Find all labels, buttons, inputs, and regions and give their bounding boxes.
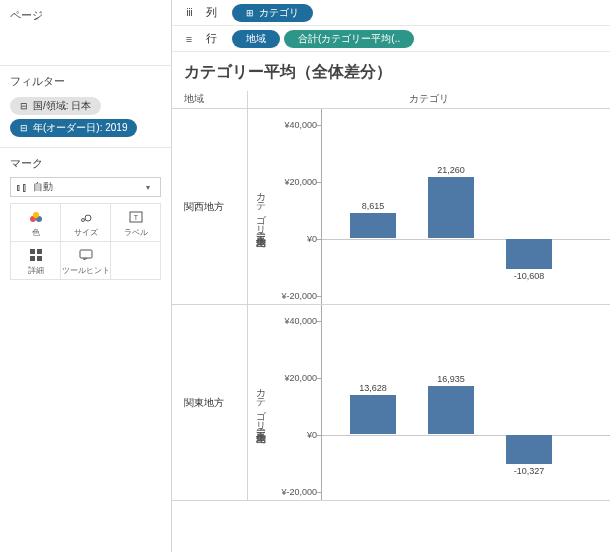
bar[interactable] bbox=[428, 386, 474, 434]
mark-type-selector[interactable]: ⫾⫿ 自動 ▾ bbox=[10, 177, 161, 197]
filter-pill-label: 国/領域: 日本 bbox=[33, 99, 91, 113]
dimension-icon: ⊞ bbox=[246, 8, 254, 18]
size-icon bbox=[61, 209, 110, 225]
bar-label: 13,628 bbox=[344, 383, 402, 393]
columns-shelf-label: 列 bbox=[206, 5, 224, 20]
bar-label: 16,935 bbox=[422, 374, 480, 384]
detail-icon bbox=[11, 247, 60, 263]
bar[interactable] bbox=[350, 395, 396, 434]
filter-pill-year[interactable]: ⊟ 年(オーダー日): 2019 bbox=[10, 119, 137, 137]
chart-row: 関西地方 カテゴリー平均（全体平均差） ¥40,000 ¥20,000 ¥0 ¥… bbox=[172, 109, 610, 305]
pill-label: 地域 bbox=[246, 32, 266, 46]
bar-label: 21,260 bbox=[422, 165, 480, 175]
pill-label: 合計(カテゴリー平均(.. bbox=[298, 32, 400, 46]
svg-rect-7 bbox=[30, 249, 35, 254]
columns-icon: ⅲ bbox=[180, 6, 198, 19]
svg-rect-11 bbox=[80, 250, 92, 258]
header-category: カテゴリ bbox=[248, 91, 610, 108]
filters-shelf-label: フィルター bbox=[10, 74, 161, 89]
mark-tooltip-button[interactable]: ツールヒント bbox=[61, 242, 111, 280]
mark-cell-label: 色 bbox=[11, 227, 60, 238]
marks-shelf-label: マーク bbox=[10, 156, 161, 171]
mark-label-button[interactable]: T ラベル bbox=[111, 204, 161, 242]
mark-cell-label: 詳細 bbox=[11, 265, 60, 276]
rows-shelf-label: 行 bbox=[206, 31, 224, 46]
bar-label: -10,608 bbox=[500, 271, 558, 281]
y-axis-ticks: ¥40,000 ¥20,000 ¥0 ¥-20,000 bbox=[272, 305, 322, 500]
bar[interactable] bbox=[506, 435, 552, 464]
plot-area[interactable]: 13,628 16,935 -10,327 bbox=[322, 305, 610, 500]
mark-size-button[interactable]: サイズ bbox=[61, 204, 111, 242]
svg-text:T: T bbox=[133, 214, 138, 221]
svg-point-2 bbox=[33, 212, 39, 218]
zero-line bbox=[322, 435, 610, 436]
bar-label: -10,327 bbox=[500, 466, 558, 476]
label-icon: T bbox=[111, 209, 160, 225]
header-region: 地域 bbox=[172, 91, 248, 108]
visualization-area[interactable]: カテゴリー平均（全体差分） 地域 カテゴリ 関西地方 カテゴリー平均（全体平均差… bbox=[172, 52, 610, 552]
bar[interactable] bbox=[428, 177, 474, 238]
mark-cell-label: ラベル bbox=[111, 227, 160, 238]
chart-title: カテゴリー平均（全体差分） bbox=[172, 52, 610, 91]
pages-shelf-label: ページ bbox=[10, 8, 161, 23]
y-axis-title: カテゴリー平均（全体平均差） bbox=[248, 109, 272, 304]
chart-row: 関東地方 カテゴリー平均（全体平均差） ¥40,000 ¥20,000 ¥0 ¥… bbox=[172, 305, 610, 501]
row-label[interactable]: 関東地方 bbox=[172, 305, 248, 500]
svg-rect-10 bbox=[37, 256, 42, 261]
plot-area[interactable]: 8,615 21,260 -10,608 bbox=[322, 109, 610, 304]
mark-color-button[interactable]: 色 bbox=[11, 204, 61, 242]
columns-pill-category[interactable]: ⊞ カテゴリ bbox=[232, 4, 313, 22]
mark-cell-label: ツールヒント bbox=[61, 265, 110, 276]
mark-detail-button[interactable]: 詳細 bbox=[11, 242, 61, 280]
bar[interactable] bbox=[350, 213, 396, 238]
calendar-icon: ⊟ bbox=[20, 123, 28, 133]
rows-icon: ≡ bbox=[180, 33, 198, 45]
bar-chart-icon: ⫾⫿ bbox=[11, 181, 33, 193]
svg-point-3 bbox=[81, 219, 84, 222]
bar[interactable] bbox=[506, 239, 552, 269]
rows-shelf[interactable]: ≡ 行 地域 合計(カテゴリー平均(.. bbox=[172, 26, 610, 52]
filter-icon: ⊟ bbox=[20, 101, 28, 111]
rows-pill-measure[interactable]: 合計(カテゴリー平均(.. bbox=[284, 30, 414, 48]
mark-empty-cell bbox=[111, 242, 161, 280]
columns-shelf[interactable]: ⅲ 列 ⊞ カテゴリ bbox=[172, 0, 610, 26]
svg-point-4 bbox=[85, 215, 91, 221]
tooltip-icon bbox=[61, 247, 110, 263]
pill-label: カテゴリ bbox=[259, 6, 299, 20]
y-axis-ticks: ¥40,000 ¥20,000 ¥0 ¥-20,000 bbox=[272, 109, 322, 304]
svg-rect-8 bbox=[37, 249, 42, 254]
bar-label: 8,615 bbox=[344, 201, 402, 211]
row-label[interactable]: 関西地方 bbox=[172, 109, 248, 304]
svg-rect-9 bbox=[30, 256, 35, 261]
mark-type-label: 自動 bbox=[33, 180, 146, 194]
mark-cell-label: サイズ bbox=[61, 227, 110, 238]
y-axis-title: カテゴリー平均（全体平均差） bbox=[248, 305, 272, 500]
rows-pill-region[interactable]: 地域 bbox=[232, 30, 280, 48]
zero-line bbox=[322, 239, 610, 240]
color-icon bbox=[11, 209, 60, 225]
filter-pill-country[interactable]: ⊟ 国/領域: 日本 bbox=[10, 97, 101, 115]
chevron-down-icon: ▾ bbox=[146, 183, 160, 192]
filter-pill-label: 年(オーダー日): 2019 bbox=[33, 121, 127, 135]
